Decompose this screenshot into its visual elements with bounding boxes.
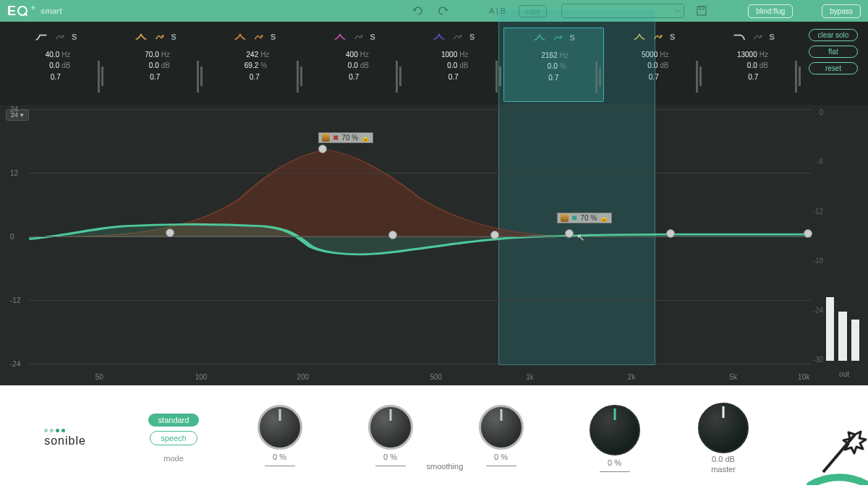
tooltip-value: 70 % <box>580 214 597 222</box>
filter-type-icon[interactable] <box>233 33 247 41</box>
master-column: 0.0 dB master <box>680 403 767 474</box>
knob-4-value: 0 % <box>608 458 621 467</box>
band-5[interactable]: S1000Hz0.0dB0.7 <box>404 27 503 102</box>
filter-type-icon[interactable] <box>732 33 746 41</box>
y-tick: -12 <box>10 296 20 304</box>
x-tick: 200 <box>297 373 309 381</box>
eq-node-6[interactable] <box>666 229 675 238</box>
smart-icon[interactable] <box>154 32 166 42</box>
master-knob[interactable] <box>698 403 749 453</box>
learn-button[interactable] <box>767 391 868 485</box>
side-actions: clear solo flat reset <box>804 27 862 102</box>
smoothing-knob-3[interactable] <box>479 405 524 450</box>
output-meter <box>826 286 859 361</box>
band-values: 242Hz69.2%0.7 <box>237 49 272 82</box>
bypass-button[interactable]: bypass <box>822 4 861 18</box>
filter-type-icon[interactable] <box>333 33 347 41</box>
band-values: 1000Hz0.0dB0.7 <box>435 49 471 82</box>
master-value: 0.0 dB <box>712 455 735 463</box>
eq-node-3[interactable] <box>388 231 397 239</box>
node-tooltip[interactable]: ✖70 %🔒 <box>318 132 373 143</box>
solo-button[interactable]: S <box>271 33 276 41</box>
solo-button[interactable]: S <box>469 33 475 41</box>
knob-3-value: 0 % <box>494 453 508 461</box>
band-3[interactable]: S242Hz69.2%0.7 <box>205 27 305 102</box>
y-tick: 0 <box>10 233 14 241</box>
filter-type-icon[interactable] <box>134 33 148 41</box>
solo-button[interactable]: S <box>770 33 775 41</box>
smoothing-knob-2[interactable] <box>368 405 413 450</box>
eq-node-1[interactable] <box>166 228 174 237</box>
y-tick: -24 <box>10 360 20 368</box>
bottom-panel: sonible standard speech mode 0 % 0 % 0 %… <box>0 385 868 488</box>
band-values: 70.0Hz0.0dB0.7 <box>137 49 173 82</box>
eq-node-4[interactable] <box>490 231 499 239</box>
mode-column: standard speech mode <box>130 414 217 463</box>
brand: sonible <box>0 429 130 448</box>
x-tick: 100 <box>195 373 208 381</box>
x-tick: 1k <box>526 373 534 381</box>
band-2[interactable]: S70.0Hz0.0dB0.7 <box>106 27 205 102</box>
svg-point-3 <box>161 35 163 37</box>
tooltip-icon <box>561 214 569 222</box>
logo: E ✦ smart <box>7 4 62 19</box>
band-values: 400Hz0.0dB0.7 <box>336 49 372 82</box>
x-tick: 2k <box>628 373 636 381</box>
tooltip-close-icon[interactable]: ✖ <box>571 214 577 222</box>
chevron-down-icon <box>675 8 681 14</box>
undo-icon[interactable] <box>412 5 424 17</box>
redo-icon[interactable] <box>437 5 448 17</box>
save-icon[interactable] <box>696 5 707 17</box>
mode-speech-button[interactable]: speech <box>150 431 197 445</box>
svg-point-9 <box>760 35 761 37</box>
band-values: 40.0Hz0.0dB0.7 <box>38 49 73 82</box>
solo-button[interactable]: S <box>370 33 375 41</box>
lock-icon: 🔒 <box>361 134 370 142</box>
node-tooltip[interactable]: ✖70 %🔒 <box>557 213 612 223</box>
eq-node-7[interactable] <box>804 229 812 238</box>
x-tick: 50 <box>95 373 103 381</box>
band-values: 13000Hz0.0dB0.7 <box>736 49 771 82</box>
smoothing-knob-1[interactable] <box>258 405 302 450</box>
svg-rect-1 <box>699 7 704 9</box>
eq-node-2[interactable] <box>318 145 327 153</box>
smart-icon[interactable] <box>452 32 464 42</box>
knob-2-value: 0 % <box>383 453 397 461</box>
x-tick: 5k <box>730 373 738 381</box>
out-label: out <box>839 370 849 378</box>
tooltip-close-icon[interactable]: ✖ <box>333 134 339 142</box>
svg-rect-0 <box>697 7 706 15</box>
logo-text: smart <box>41 7 62 15</box>
r-tick: -6 <box>817 158 823 166</box>
r-tick: 0 <box>819 108 823 116</box>
flat-button[interactable]: flat <box>809 46 858 58</box>
eq-node-5[interactable] <box>565 229 574 238</box>
mode-label: mode <box>163 454 184 463</box>
filter-type-icon[interactable] <box>432 33 446 41</box>
blindflug-button[interactable]: blind:flug <box>748 4 793 18</box>
mode-standard-button[interactable]: standard <box>148 414 200 427</box>
svg-point-8 <box>660 35 661 37</box>
smart-icon[interactable] <box>353 32 365 42</box>
solo-button[interactable]: S <box>171 33 176 41</box>
svg-line-10 <box>823 435 855 472</box>
band-8[interactable]: S13000Hz0.0dB0.7 <box>704 27 804 102</box>
smart-icon[interactable] <box>253 32 265 42</box>
band-1[interactable]: S40.0Hz0.0dB0.7 <box>6 27 106 102</box>
x-tick: 500 <box>430 373 442 381</box>
band-4[interactable]: S400Hz0.0dB0.7 <box>305 27 404 102</box>
smart-icon[interactable] <box>54 32 66 42</box>
svg-point-5 <box>360 35 362 37</box>
knob-1-value: 0 % <box>273 453 286 461</box>
eq-graph[interactable]: 24 ▾ ✖70 %🔒✖70 %🔒↖ out 24120-12-240-6-12… <box>0 105 868 385</box>
smoothing-knobs: 0 % 0 % 0 % 0 % smoothing <box>217 405 680 472</box>
reset-button[interactable]: reset <box>809 62 858 74</box>
clear-solo-button[interactable]: clear solo <box>809 29 858 41</box>
solo-button[interactable]: S <box>670 33 675 41</box>
tooltip-icon <box>322 134 330 142</box>
r-tick: -18 <box>813 257 823 265</box>
smart-icon[interactable] <box>752 32 764 42</box>
filter-type-icon[interactable] <box>34 33 48 41</box>
smoothing-knob-4[interactable] <box>590 405 640 455</box>
solo-button[interactable]: S <box>72 33 77 41</box>
